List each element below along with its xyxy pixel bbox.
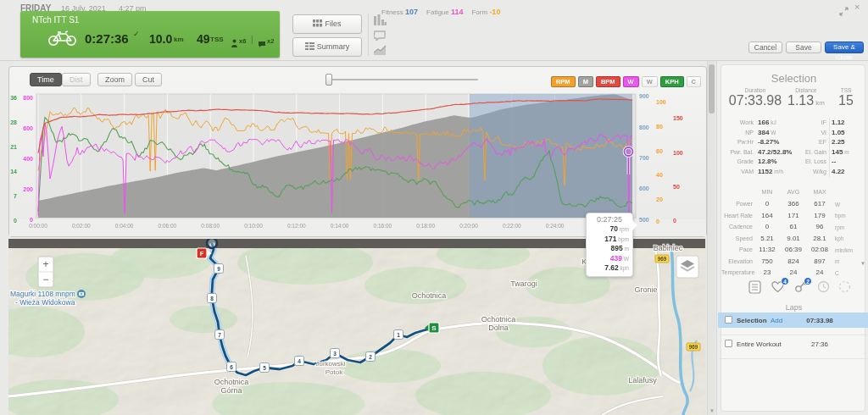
- svg-text:0:18:00: 0:18:00: [416, 223, 435, 229]
- svg-text:8: 8: [210, 296, 214, 302]
- distance-unit: km: [174, 36, 184, 43]
- lap-time: 07:33.98: [794, 317, 845, 324]
- expand-icon[interactable]: [839, 4, 849, 19]
- stat-label: El. Loss: [802, 158, 826, 164]
- channel-c-6[interactable]: C: [687, 76, 701, 87]
- waypoint-marker-3: 3: [331, 349, 340, 358]
- table-cell-avg: 61: [781, 223, 806, 230]
- channel-kph-5[interactable]: KPH: [660, 76, 684, 87]
- table-cell-max: 02:08: [807, 246, 832, 253]
- scrollbar-thumb[interactable]: [709, 64, 715, 113]
- svg-text:0: 0: [673, 218, 676, 224]
- chart-panel: TimeDistZoomCut RPMMBPMWWKPHC 0:00:000:0…: [8, 66, 707, 237]
- tss-value: 49: [197, 32, 210, 46]
- table-row-label: Power: [721, 201, 753, 207]
- comments-count: x2: [267, 37, 274, 45]
- channel-toggle-group: RPMMBPMWWKPHC: [548, 72, 701, 87]
- svg-text:0:12:00: 0:12:00: [287, 223, 306, 229]
- svg-text:0: 0: [656, 219, 659, 224]
- sidebar-scroll-arrow[interactable]: ▼: [860, 261, 865, 266]
- workout-summary-bar: NTch ITT S1 0:27:36 ✓ 10.0 km 49 TSS x6 …: [20, 11, 280, 58]
- lap-row-selection[interactable]: SelectionAdd07:33.98: [718, 313, 868, 328]
- channel-rpm-0[interactable]: RPM: [551, 76, 576, 87]
- chart-mode-dist[interactable]: Dist: [62, 73, 91, 86]
- tooltip-row: 70 rpm: [590, 224, 629, 235]
- tooltip-row: 895 m: [590, 244, 629, 254]
- chart-mode-cut[interactable]: Cut: [135, 73, 162, 86]
- table-cell-max: 617: [807, 200, 832, 208]
- photo-poi-icon: [77, 290, 86, 298]
- chart-mode-zoom[interactable]: Zoom: [97, 73, 132, 86]
- heart-badge: 4: [781, 277, 789, 285]
- stat-value: 166 kJ: [758, 119, 776, 126]
- svg-text:5: 5: [263, 365, 266, 371]
- map-label: Ochotnica: [481, 315, 516, 324]
- svg-text:F: F: [200, 250, 204, 257]
- lap-row-entire-workout[interactable]: Entire Workout27:36: [718, 336, 868, 351]
- time-icon[interactable]: [817, 280, 830, 296]
- close-icon[interactable]: ×: [854, 2, 860, 12]
- table-row-label: Heart Rate: [721, 213, 753, 219]
- summary-button[interactable]: Summary: [292, 37, 362, 57]
- save-close-button[interactable]: Save & Close: [825, 42, 864, 53]
- table-cell-avg: 171: [781, 212, 806, 219]
- channel-bpm-2[interactable]: BPM: [596, 76, 620, 87]
- map-layers-button[interactable]: [676, 256, 698, 278]
- empty-circle-icon[interactable]: [838, 280, 851, 296]
- table-cell-unit: C: [835, 270, 839, 276]
- table-cell-avg: 06:39: [781, 246, 806, 253]
- stat-value: 2.25: [832, 138, 845, 146]
- lap-add-link[interactable]: Add: [771, 317, 782, 324]
- svg-text:100: 100: [673, 150, 683, 156]
- svg-text:7: 7: [218, 332, 221, 338]
- map-zoom-in[interactable]: +: [42, 258, 48, 270]
- stat-label: VAM: [721, 169, 754, 174]
- waypoint-marker-8: 8: [208, 294, 217, 303]
- map-zoom-out[interactable]: −: [42, 274, 48, 285]
- table-cell-max: 179: [807, 212, 832, 219]
- table-header-avg: AVG: [782, 189, 805, 195]
- peaks-badge: 2: [804, 277, 812, 285]
- tooltip-row: 7.62 kph: [590, 263, 629, 274]
- svg-text:36: 36: [10, 95, 17, 101]
- cancel-button[interactable]: Cancel: [748, 42, 782, 53]
- table-row-label: Temperature: [721, 269, 753, 275]
- map-label: Twarogi: [510, 279, 537, 288]
- table-row-label: Elevation: [721, 258, 753, 264]
- slider-thumb[interactable]: [326, 74, 332, 86]
- svg-text:0: 0: [30, 217, 33, 223]
- svg-text:800: 800: [23, 95, 33, 101]
- svg-text:500: 500: [639, 217, 649, 223]
- top-bar: FRIDAY 16 July, 2021 4:27 pm Fitness 107…: [0, 0, 868, 61]
- comments-icon: [258, 36, 266, 52]
- metric-label: Fatigue: [426, 8, 451, 16]
- divider: [368, 14, 369, 56]
- files-button[interactable]: Files: [292, 14, 362, 34]
- chart-zoom-slider[interactable]: [327, 79, 478, 80]
- save-button[interactable]: Save: [786, 42, 821, 53]
- map-zoom-control[interactable]: +−: [38, 257, 53, 287]
- comment-panel-icon[interactable]: [374, 29, 386, 44]
- metric-value: -10: [489, 8, 500, 16]
- stat-value: 1.12: [832, 119, 845, 126]
- selection-title: Selection: [721, 72, 866, 85]
- notes-icon[interactable]: [748, 280, 761, 297]
- channel-w-3[interactable]: W: [623, 76, 639, 87]
- channel-m-1[interactable]: M: [578, 76, 593, 87]
- lap-checkbox[interactable]: [725, 340, 732, 347]
- summary-tss: TSS15: [812, 87, 868, 108]
- table-cell-unit: rpm: [835, 224, 844, 230]
- table-cell-min: 0: [754, 200, 780, 208]
- files-label: Files: [325, 19, 341, 28]
- chart-mode-time[interactable]: Time: [30, 73, 62, 86]
- analysis-icon[interactable]: [374, 43, 387, 58]
- channel-w-4[interactable]: W: [642, 76, 658, 87]
- main-scrollbar[interactable]: ▼: [707, 61, 715, 415]
- table-cell-min: 23: [754, 268, 780, 276]
- chart-view-icon[interactable]: [374, 14, 387, 29]
- svg-text:0:04:00: 0:04:00: [115, 223, 134, 229]
- stat-label: Pwr. Bal.: [721, 149, 754, 155]
- athletes-count: x6: [239, 37, 246, 45]
- scroll-down-arrow[interactable]: ▼: [709, 408, 715, 413]
- lap-checkbox[interactable]: [725, 316, 732, 324]
